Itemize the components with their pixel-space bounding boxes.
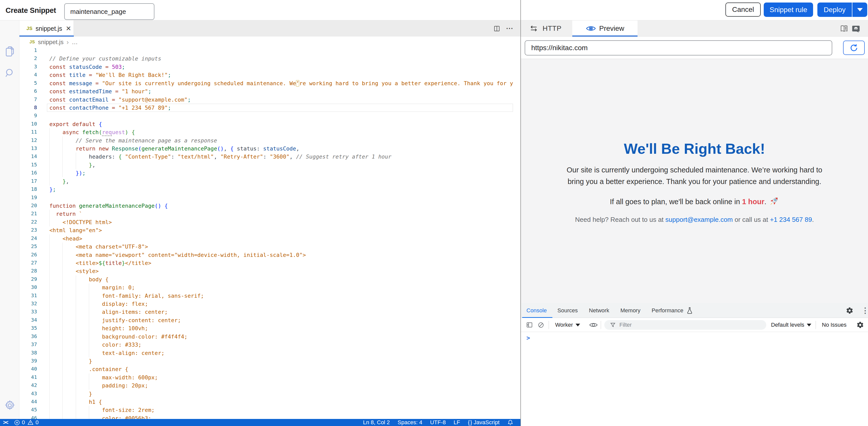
- code-line-18[interactable]: 18};: [20, 185, 513, 194]
- code-line-10[interactable]: 10export default {: [20, 120, 513, 128]
- split-editor-icon[interactable]: [493, 25, 500, 32]
- code-line-43[interactable]: 43 }: [20, 390, 513, 398]
- code-line-45[interactable]: 45 font-size: 2rem;: [20, 406, 513, 414]
- code-line-22[interactable]: 22 <!DOCTYPE html>: [20, 218, 513, 226]
- files-icon[interactable]: [0, 46, 20, 57]
- code-line-9[interactable]: 9: [20, 112, 513, 120]
- console-sidebar-toggle-icon[interactable]: [526, 318, 533, 332]
- language-mode[interactable]: { } JavaScript: [468, 419, 499, 426]
- code-line-3[interactable]: 3const statusCode = 503;: [20, 63, 513, 71]
- code-line-41[interactable]: 41 max-width: 600px;: [20, 373, 513, 381]
- code-line-21[interactable]: 21 return `: [20, 210, 513, 218]
- errors-indicator[interactable]: 0: [14, 419, 25, 426]
- close-tab-icon[interactable]: ✕: [66, 25, 71, 32]
- line-number: 45: [20, 406, 37, 413]
- deploy-button[interactable]: Deploy: [817, 2, 852, 17]
- preview-url-input[interactable]: [525, 40, 832, 55]
- devtools-toolbar: Worker Filter Default levels No Issues: [521, 318, 868, 332]
- settings-gear-icon[interactable]: [0, 400, 20, 411]
- code-line-46[interactable]: 46 color: #0056b3;: [20, 414, 513, 419]
- console-output-area[interactable]: >: [521, 332, 868, 426]
- code-line-15[interactable]: 15 },: [20, 161, 513, 169]
- code-line-8[interactable]: 8const contactPhone = "+1 234 567 89";: [20, 104, 513, 112]
- code-line-20[interactable]: 20function generateMaintenancePage() {: [20, 202, 513, 210]
- code-line-14[interactable]: 14 headers: { "Content-Type": "text/html…: [20, 152, 513, 161]
- phone-link[interactable]: +1 234 567 89: [770, 216, 812, 223]
- discord-icon[interactable]: [852, 25, 860, 33]
- support-email-link[interactable]: support@example.com: [665, 216, 733, 223]
- code-line-40[interactable]: 40 .container {: [20, 365, 513, 373]
- code-line-42[interactable]: 42 padding: 20px;: [20, 381, 513, 390]
- snippet-rule-button[interactable]: Snippet rule: [764, 2, 813, 17]
- clear-console-icon[interactable]: [537, 318, 544, 332]
- docs-book-icon[interactable]: [840, 25, 848, 33]
- code-line-38[interactable]: 38 text-align: center;: [20, 349, 513, 357]
- code-line-29[interactable]: 29 body {: [20, 275, 513, 284]
- code-line-11[interactable]: 11 async fetch(request) {: [20, 128, 513, 136]
- code-line-27[interactable]: 27 <title>${title}</title>: [20, 259, 513, 267]
- issues-counter[interactable]: No Issues: [822, 318, 846, 332]
- indentation-setting[interactable]: Spaces: 4: [398, 419, 423, 426]
- devtools-tab-performance[interactable]: Performance: [652, 303, 693, 318]
- eol-setting[interactable]: LF: [454, 419, 460, 426]
- snippet-name-input[interactable]: [64, 3, 154, 20]
- line-number: 43: [20, 391, 37, 397]
- breadcrumb-file[interactable]: snippet.js: [38, 38, 63, 46]
- code-line-13[interactable]: 13 return new Response(generateMaintenan…: [20, 144, 513, 153]
- encoding-setting[interactable]: UTF-8: [430, 419, 445, 426]
- code-line-33[interactable]: 33 align-items: center;: [20, 308, 513, 316]
- code-line-31[interactable]: 31 font-family: Arial, sans-serif;: [20, 292, 513, 300]
- devtools-tab-console[interactable]: Console: [526, 303, 547, 318]
- code-line-30[interactable]: 30 margin: 0;: [20, 283, 513, 292]
- code-line-1[interactable]: 1: [20, 47, 513, 55]
- code-line-16[interactable]: 16 });: [20, 169, 513, 177]
- code-line-25[interactable]: 25 <meta charset="UTF-8">: [20, 243, 513, 251]
- code-line-23[interactable]: 23<html lang="en">: [20, 226, 513, 234]
- code-line-35[interactable]: 35 height: 100vh;: [20, 324, 513, 333]
- code-line-32[interactable]: 32 display: flex;: [20, 300, 513, 308]
- code-line-36[interactable]: 36 background-color: #f4f4f4;: [20, 333, 513, 341]
- log-levels-dropdown[interactable]: Default levels: [771, 318, 811, 332]
- notifications-bell-icon[interactable]: [507, 420, 513, 426]
- code-line-34[interactable]: 34 justify-content: center;: [20, 316, 513, 324]
- code-line-44[interactable]: 44 h1 {: [20, 398, 513, 406]
- deploy-dropdown-button[interactable]: [852, 2, 867, 17]
- code-line-6[interactable]: 6const estimatedTime = "1 hour";: [20, 87, 513, 95]
- code-line-24[interactable]: 24 <head>: [20, 234, 513, 243]
- code-line-4[interactable]: 4const title = "We'll Be Right Back!";: [20, 71, 513, 79]
- code-line-28[interactable]: 28 <style>: [20, 267, 513, 275]
- code-line-19[interactable]: 19: [20, 194, 513, 202]
- more-actions-icon[interactable]: ···: [506, 25, 513, 32]
- remote-indicator-icon[interactable]: ><: [3, 419, 7, 426]
- cursor-position[interactable]: Ln 8, Col 2: [363, 419, 390, 426]
- devtools-settings-gear-icon[interactable]: [846, 307, 854, 314]
- tab-preview[interactable]: Preview: [572, 21, 638, 36]
- search-icon[interactable]: [0, 67, 20, 78]
- code-line-5[interactable]: 5const message = "Our site is currently …: [20, 79, 513, 87]
- warnings-indicator[interactable]: 0: [27, 419, 38, 426]
- eye-watch-icon[interactable]: [589, 318, 598, 332]
- http-swap-icon: [529, 24, 538, 33]
- code-line-17[interactable]: 17 },: [20, 177, 513, 186]
- context-selector[interactable]: Worker: [555, 318, 580, 332]
- code-editor[interactable]: 12// Define your customizable inputs3con…: [20, 47, 513, 419]
- file-tab-snippet-js[interactable]: JS snippet.js ✕: [20, 21, 74, 36]
- breadcrumb-symbol[interactable]: …: [72, 38, 78, 46]
- devtools-tab-network[interactable]: Network: [589, 303, 609, 318]
- line-number: 29: [20, 276, 37, 282]
- console-filter-input[interactable]: Filter: [604, 320, 766, 330]
- code-line-26[interactable]: 26 <meta name="viewport" content="width=…: [20, 251, 513, 259]
- left-header: Create Snippet: [0, 0, 520, 20]
- devtools-tab-sources[interactable]: Sources: [557, 303, 578, 318]
- code-line-39[interactable]: 39 }: [20, 357, 513, 365]
- tab-http[interactable]: HTTP: [526, 21, 564, 36]
- console-settings-gear-icon[interactable]: [857, 318, 864, 332]
- code-line-37[interactable]: 37 color: #333;: [20, 341, 513, 349]
- code-line-12[interactable]: 12 // Serve the maintenance page as a re…: [20, 136, 513, 145]
- refresh-button[interactable]: [843, 40, 865, 55]
- devtools-tab-memory[interactable]: Memory: [620, 303, 640, 318]
- devtools-kebab-icon[interactable]: ⋮: [862, 303, 868, 318]
- code-line-2[interactable]: 2// Define your customizable inputs: [20, 54, 513, 63]
- cancel-button[interactable]: Cancel: [725, 2, 761, 17]
- code-line-7[interactable]: 7const contactEmail = "support@example.c…: [20, 95, 513, 104]
